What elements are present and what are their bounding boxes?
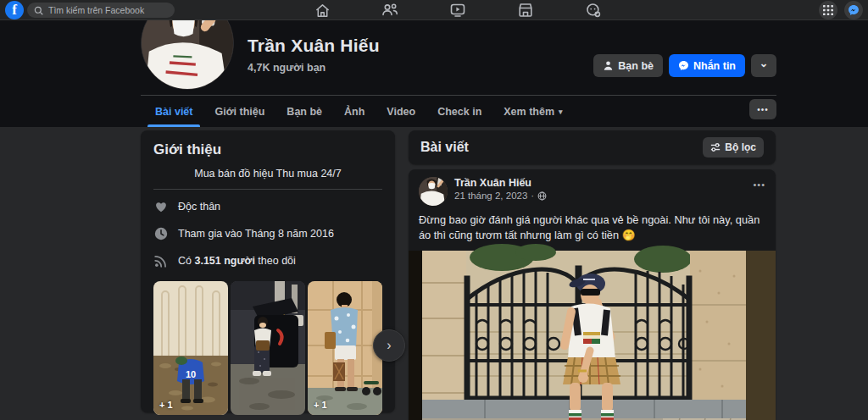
friends-icon[interactable]: [373, 1, 407, 19]
tab-about[interactable]: Giới thiệu: [203, 97, 275, 127]
facebook-profile-page: f Tìm kiếm trên Facebook: [0, 0, 868, 420]
photo-count-overlay: + 1: [159, 400, 173, 410]
post-author-name[interactable]: Trần Xuân Hiếu: [454, 177, 547, 189]
more-actions-button[interactable]: ⌄: [751, 54, 776, 77]
followers-row: Có 3.151 người theo dõi: [153, 247, 382, 274]
collection-photo-1: 10: [153, 281, 228, 415]
post-header: Trần Xuân Hiếu 21 tháng 2, 2023 · •••: [409, 169, 776, 206]
clock-icon: [153, 226, 169, 241]
profile-tabs: Bài viết Giới thiệu Bạn bè Ảnh Video Che…: [144, 97, 574, 127]
collection-photo[interactable]: + 1: [308, 281, 382, 415]
collection-item[interactable]: Collection: [231, 281, 305, 420]
svg-text:10: 10: [186, 369, 196, 379]
search-placeholder: Tìm kiếm trên Facebook: [48, 5, 144, 15]
photo-count-overlay: + 1: [314, 400, 327, 410]
header-divider: [141, 95, 776, 96]
apps-grid-icon[interactable]: [819, 1, 837, 19]
watch-icon[interactable]: [441, 1, 475, 19]
profile-actions: Bạn bè Nhắn tin ⌄: [593, 54, 776, 77]
person-icon: [603, 60, 614, 71]
followers-icon: [153, 253, 169, 268]
post-avatar-image: [419, 177, 448, 206]
featured-collections: 10 + 1 Collection: [153, 281, 382, 420]
gaming-icon[interactable]: [576, 1, 610, 19]
posts-header-card: Bài viết Bộ lọc: [409, 130, 776, 164]
collection-photo-3: [308, 281, 382, 415]
filter-button[interactable]: Bộ lọc: [703, 137, 764, 158]
tab-photos[interactable]: Ảnh: [333, 97, 376, 127]
navbar-right: [819, 1, 863, 19]
nav-icon-bar: [280, 0, 636, 20]
intro-title: Giới thiệu: [153, 141, 382, 158]
marketplace-icon[interactable]: [509, 1, 542, 19]
message-button[interactable]: Nhắn tin: [669, 54, 745, 77]
tab-friends[interactable]: Bạn bè: [275, 97, 333, 127]
collections-next-button[interactable]: ›: [373, 329, 405, 362]
facebook-logo[interactable]: f: [5, 1, 24, 19]
joined-row: Tham gia vào Tháng 8 năm 2016: [153, 220, 382, 247]
post-timestamp[interactable]: 21 tháng 2, 2023 ·: [454, 191, 547, 201]
relationship-row: Độc thân: [153, 193, 382, 220]
tab-videos[interactable]: Video: [376, 97, 426, 127]
collection-photo[interactable]: [231, 281, 305, 415]
tab-more[interactable]: Xem thêm▾: [492, 97, 573, 127]
friends-button[interactable]: Bạn bè: [593, 54, 663, 77]
intro-bio: Mua bán đồ hiệu Thu mua 24/7: [153, 168, 382, 180]
profile-name: Trần Xuân Hiếu: [248, 36, 380, 56]
friends-count[interactable]: 4,7K người bạn: [248, 62, 326, 74]
collection-photo-2: [231, 281, 305, 415]
home-icon[interactable]: [305, 1, 339, 19]
post-author-avatar[interactable]: [419, 177, 448, 206]
heart-icon: [153, 199, 169, 214]
chevron-down-icon: ▾: [559, 108, 563, 116]
chevron-down-icon: ⌄: [760, 57, 768, 69]
globe-public-icon: [537, 191, 547, 201]
profile-header: Trần Xuân Hiếu 4,7K người bạn Bạn bè Nhắ…: [0, 20, 868, 127]
posts-title: Bài viết: [420, 140, 469, 155]
post-author-block: Trần Xuân Hiếu 21 tháng 2, 2023 ·: [454, 177, 547, 206]
chevron-right-icon: ›: [387, 338, 391, 353]
tabs-more-button[interactable]: •••: [749, 99, 776, 119]
post-text: Đừng bao giờ đánh giá người khác qua vẻ …: [409, 206, 776, 251]
tab-checkin[interactable]: Check in: [426, 97, 492, 127]
messenger-icon[interactable]: [844, 1, 863, 19]
intro-divider: [153, 189, 382, 190]
messenger-bolt-icon: [678, 60, 689, 71]
post-more-button[interactable]: •••: [753, 180, 765, 190]
collection-item[interactable]: + 1 Collection: [308, 281, 382, 420]
filter-sliders-icon: [710, 142, 721, 152]
search-input[interactable]: Tìm kiếm trên Facebook: [27, 3, 175, 18]
tab-posts[interactable]: Bài viết: [144, 97, 203, 127]
post-photo[interactable]: [409, 251, 776, 420]
post-photo-image: [409, 251, 776, 420]
collection-photo[interactable]: 10 + 1: [153, 281, 228, 415]
intro-card: Giới thiệu Mua bán đồ hiệu Thu mua 24/7 …: [141, 130, 395, 412]
top-navbar: f Tìm kiếm trên Facebook: [0, 0, 868, 20]
collection-item[interactable]: 10 + 1 Collection: [153, 281, 228, 420]
post-card: Trần Xuân Hiếu 21 tháng 2, 2023 · ••• Đừ…: [409, 169, 776, 420]
search-icon: [34, 6, 43, 15]
